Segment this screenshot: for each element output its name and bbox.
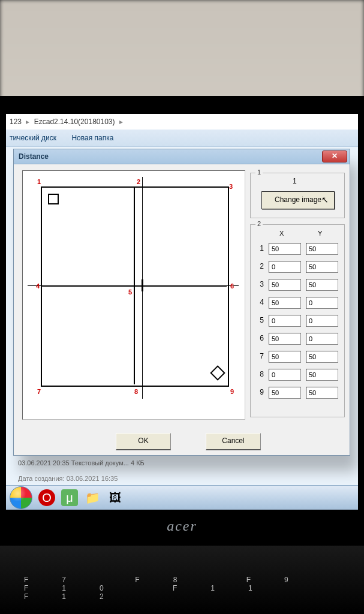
- grid-mid-horizontal: [41, 285, 227, 287]
- chevron-right-icon: ▸: [117, 118, 125, 126]
- grid-outer: [41, 186, 229, 387]
- origin-square-marker: [48, 194, 59, 204]
- center-tick: [142, 279, 143, 291]
- coord-row: 75050: [255, 350, 338, 363]
- coord-row: 2050: [255, 260, 338, 273]
- point-label: 9: [230, 388, 234, 395]
- chevron-right-icon: ▸: [23, 118, 32, 126]
- y-input[interactable]: 50: [306, 243, 338, 255]
- group-image: 1 1 Change image ↖: [250, 173, 345, 218]
- explorer-address-bar[interactable]: 123 ▸ Ezcad2.14.10(20180103) ▸: [6, 114, 358, 130]
- coord-row: 6500: [255, 332, 338, 345]
- toolbar-burn-disc[interactable]: тический диск: [10, 134, 56, 142]
- x-input[interactable]: 0: [269, 369, 301, 381]
- windows-desktop: 123 ▸ Ezcad2.14.10(20180103) ▸ тический …: [6, 114, 358, 510]
- point-label: 3: [229, 183, 233, 190]
- taskbar-explorer-icon[interactable]: 📁: [84, 489, 101, 506]
- taskbar-utorrent-icon[interactable]: μ: [61, 489, 78, 506]
- x-input[interactable]: 0: [269, 315, 301, 327]
- explorer-row-preview: 03.06.2021 20:35 Текстовый докум... 4 КБ…: [18, 459, 145, 482]
- x-input[interactable]: 0: [269, 261, 301, 273]
- close-button[interactable]: ✕: [322, 151, 347, 162]
- calibration-canvas[interactable]: 1 2 3 4 5 6 7 8 9: [23, 171, 245, 419]
- y-input[interactable]: 50: [306, 369, 338, 381]
- point-label: 6: [230, 282, 234, 290]
- coord-row: 8050: [255, 368, 338, 381]
- windows-taskbar[interactable]: O μ 📁 🖼: [6, 485, 358, 510]
- distance-dialog: Distance ✕ 1 2 3 4 5: [13, 149, 350, 456]
- y-input[interactable]: 50: [306, 387, 338, 399]
- cancel-button[interactable]: Cancel: [206, 433, 261, 450]
- y-input[interactable]: 50: [306, 279, 338, 291]
- point-label: 1: [37, 178, 41, 185]
- taskbar-thumbnail-icon[interactable]: 🖼: [107, 489, 124, 506]
- y-input[interactable]: 50: [306, 351, 338, 363]
- explorer-toolbar: тический диск Новая папка: [6, 130, 358, 147]
- function-keys: F7 F8 F9 F10 F11 F12: [24, 576, 364, 601]
- taskbar-opera-icon[interactable]: O: [38, 489, 55, 506]
- breadcrumb-seg[interactable]: Ezcad2.14.10(20180103): [34, 118, 115, 126]
- point-label: 8: [134, 388, 138, 395]
- image-number: 1: [293, 177, 297, 185]
- start-button[interactable]: [10, 486, 32, 509]
- y-input[interactable]: 0: [306, 333, 338, 345]
- coord-row: 35050: [255, 278, 338, 291]
- point-label: 5: [128, 288, 132, 296]
- point-label: 4: [36, 282, 40, 290]
- change-image-button[interactable]: Change image: [261, 191, 335, 209]
- calibration-canvas-frame: 1 2 3 4 5 6 7 8 9: [22, 170, 245, 420]
- x-input[interactable]: 50: [269, 297, 301, 309]
- x-input[interactable]: 50: [269, 387, 301, 399]
- breadcrumb-seg[interactable]: 123: [10, 118, 22, 126]
- laptop-brand-logo: acer: [0, 518, 364, 534]
- toolbar-new-folder[interactable]: Новая папка: [71, 134, 113, 142]
- coord-row: 15050: [255, 242, 338, 255]
- file-created-label: Дата создания: 03.06.2021 16:35: [18, 475, 145, 482]
- group-legend: 1: [255, 168, 263, 176]
- point-label: 2: [137, 178, 140, 185]
- x-input[interactable]: 50: [269, 333, 301, 345]
- y-input[interactable]: 0: [306, 315, 338, 327]
- group-coordinates: 2 X Y 15050 2050 35050 4500 500 6500 750…: [250, 224, 345, 417]
- x-input[interactable]: 50: [269, 279, 301, 291]
- group-legend: 2: [255, 220, 263, 227]
- coord-row: 4500: [255, 296, 338, 309]
- point-label: 7: [37, 388, 41, 395]
- coord-row: 500: [255, 314, 338, 327]
- coord-row: 95050: [255, 386, 338, 399]
- x-input[interactable]: 50: [269, 351, 301, 363]
- x-input[interactable]: 50: [269, 243, 301, 255]
- dialog-title: Distance: [19, 152, 49, 161]
- dialog-client: 1 2 3 4 5 6 7 8 9 1 1 Change image ↖: [14, 164, 350, 456]
- y-input[interactable]: 50: [306, 261, 338, 273]
- ok-button[interactable]: OK: [116, 433, 171, 450]
- dialog-titlebar[interactable]: Distance ✕: [14, 149, 350, 164]
- column-header-x: X: [279, 230, 284, 237]
- y-input[interactable]: 0: [306, 297, 338, 309]
- column-header-y: Y: [318, 230, 322, 237]
